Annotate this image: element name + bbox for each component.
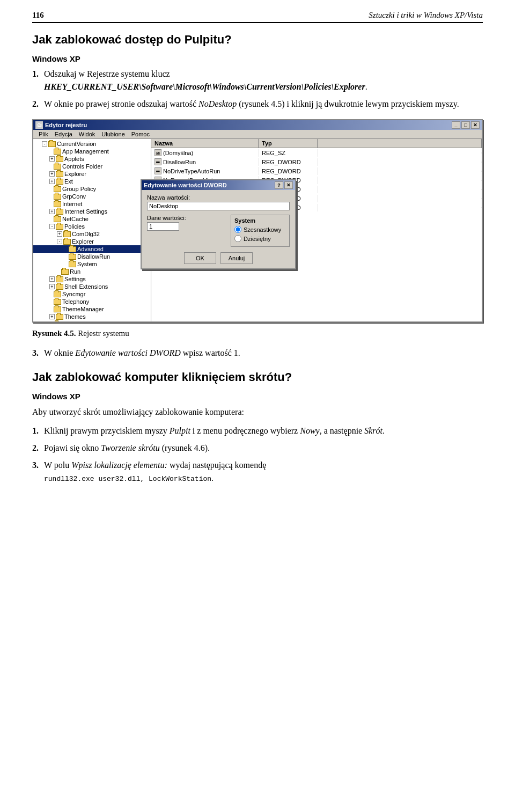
dword-data-input[interactable] (147, 222, 179, 231)
dword-close-button[interactable]: ✕ (284, 181, 293, 189)
reg-body: - CurrentVersion App Management + Applet… (33, 139, 482, 321)
expander-comdlg32[interactable]: + (57, 231, 62, 237)
radio-dec-label: Dziesiętny (244, 236, 271, 242)
section2-title: Jak zablokować komputer kliknięciem skró… (32, 370, 483, 384)
step-3: 3. W oknie Edytowanie wartości DWORD wpi… (32, 347, 483, 360)
folder-icon-webcheck (54, 321, 61, 322)
page-header: 116 Sztuczki i triki w Windows XP/Vista (32, 11, 483, 23)
tree-item-group-policy[interactable]: Group Policy (33, 185, 151, 193)
dword-buttons: OK Anuluj (147, 252, 290, 264)
section2-step3-content: W polu Wpisz lokalizację elementu: wydaj… (44, 459, 266, 485)
value-row-nodrivetypeautorun[interactable]: ■■ NoDriveTypeAutoRun REG_DWORD (151, 166, 482, 175)
expander-explorer-policies[interactable]: - (57, 239, 62, 244)
minimize-button[interactable]: _ (452, 121, 460, 129)
caption-text: Rejestr systemu (76, 329, 129, 338)
menu-edycja[interactable]: Edycja (52, 130, 76, 138)
value-row-default[interactable]: ab (Domyślna) REG_SZ (151, 148, 482, 157)
dword-cancel-button[interactable]: Anuluj (220, 252, 253, 264)
page-title-header: Sztuczki i triki w Windows XP/Vista (369, 11, 483, 20)
step-2: 2. W oknie po prawej stronie odszukaj wa… (32, 98, 483, 111)
folder-icon-netcache (54, 216, 61, 222)
tree-item-settings[interactable]: + Settings (33, 275, 151, 283)
tree-item-webcheck[interactable]: Webcheck (33, 320, 151, 321)
dword-win-buttons: ? ✕ (275, 181, 293, 189)
tree-item-currentversion[interactable]: - CurrentVersion (33, 140, 151, 148)
expander-internet-settings[interactable]: + (49, 209, 55, 214)
folder-icon-internet (54, 201, 61, 207)
menu-plik[interactable]: Plik (35, 130, 52, 138)
close-button[interactable]: ✕ (471, 121, 480, 129)
folder-icon-themes (56, 314, 63, 320)
section2-steps: 1. Kliknij prawym przyciskiem myszy Pulp… (32, 425, 483, 485)
folder-icon-comdlg32 (63, 231, 71, 237)
tree-item-internet-settings[interactable]: + Internet Settings (33, 208, 151, 215)
tree-item-shell-extensions[interactable]: + Shell Extensions (33, 283, 151, 290)
dword-value-section: Dane wartości: (147, 215, 226, 235)
tree-item-netcache[interactable]: NetCache (33, 215, 151, 223)
tree-item-system[interactable]: System (33, 260, 151, 268)
caption-prefix: Rysunek 4.5. (32, 329, 76, 338)
tree-item-ext[interactable]: + Ext (33, 178, 151, 185)
tree-item-explorer-policies[interactable]: - Explorer (33, 238, 151, 245)
tree-item-comdlg32[interactable]: + ComDlg32 (33, 230, 151, 238)
radio-hex[interactable] (234, 226, 241, 233)
value-row-disallowrun[interactable]: ■■ DisallowRun REG_DWORD (151, 157, 482, 166)
folder-icon-internet-settings (56, 209, 63, 215)
reg-tree-panel[interactable]: - CurrentVersion App Management + Applet… (33, 139, 151, 321)
tree-item-internet[interactable]: Internet (33, 200, 151, 208)
expander-settings[interactable]: + (49, 276, 55, 282)
folder-icon-thememanager (54, 306, 61, 312)
tree-item-syncmgr[interactable]: Syncmgr (33, 290, 151, 298)
expander-currentversion[interactable]: - (42, 141, 47, 147)
tree-item-thememanager[interactable]: ThemeManager (33, 305, 151, 313)
tree-item-app-management[interactable]: App Management (33, 148, 151, 155)
dword-title-text: Edytowanie wartości DWORD (144, 182, 227, 188)
section2-step2-content: Pojawi się okno Tworzenie skrótu (rysune… (44, 442, 210, 455)
expander-policies[interactable]: - (49, 224, 55, 229)
reg-title-icon: 🗂 (35, 121, 43, 129)
folder-icon-syncmgr (54, 291, 61, 297)
section2-step2: 2. Pojawi się okno Tworzenie skrótu (rys… (32, 442, 483, 455)
radio-dec[interactable] (234, 235, 241, 242)
tree-item-telephony[interactable]: Telephony (33, 298, 151, 305)
expander-themes[interactable]: + (49, 314, 55, 319)
section1-steps: 1. Odszukaj w Rejestrze systemu klucz HK… (32, 68, 483, 111)
dword-ok-button[interactable]: OK (184, 252, 216, 264)
folder-icon-explorer-policies (63, 239, 71, 245)
dword-data-label: Dane wartości: (147, 215, 226, 221)
folder-icon-run (61, 269, 69, 275)
reg-title-bar: 🗂 Edytor rejestru _ □ ✕ (33, 120, 482, 130)
menu-widok[interactable]: Widok (76, 130, 99, 138)
menu-ulubione[interactable]: Ulubione (98, 130, 128, 138)
lockworkstation-command: rundll32.exe user32.dll, LockWorkStation (44, 475, 211, 483)
tree-item-themes[interactable]: + Themes (33, 313, 151, 320)
step1-content: Odszukaj w Rejestrze systemu klucz HKEY_… (44, 68, 483, 93)
tree-item-explorer1[interactable]: + Explorer (33, 170, 151, 178)
tree-item-advanced[interactable]: Advanced (33, 245, 151, 253)
tree-item-applets[interactable]: + Applets (33, 155, 151, 163)
expander-explorer1[interactable]: + (49, 171, 55, 177)
dword-name-input[interactable] (147, 202, 290, 210)
folder-icon-gp (54, 186, 61, 192)
menu-pomoc[interactable]: Pomoc (128, 130, 153, 138)
win-xp-label-1: Windows XP (32, 54, 483, 63)
dword-name-label: Nazwa wartości: (147, 194, 290, 201)
tree-item-grpconv[interactable]: GrpConv (33, 193, 151, 200)
dword-help-button[interactable]: ? (275, 181, 283, 189)
step2-num: 2. (32, 98, 41, 111)
maximize-button[interactable]: □ (461, 121, 470, 129)
tree-item-policies[interactable]: - Policies (33, 223, 151, 230)
dword-base-label: System (234, 217, 286, 224)
page-number: 116 (32, 11, 44, 20)
folder-icon-currentversion (48, 141, 56, 147)
tree-item-run[interactable]: Run (33, 268, 151, 275)
expander-applets[interactable]: + (49, 156, 55, 162)
expander-shell-extensions[interactable]: + (49, 284, 55, 289)
tree-item-controls[interactable]: Controls Folder (33, 163, 151, 170)
val-icon-default: ab (154, 149, 161, 156)
expander-ext[interactable]: + (49, 179, 55, 184)
folder-icon-shell-extensions (56, 284, 63, 290)
folder-icon-disallowrun (69, 254, 76, 260)
tree-item-disallowrun[interactable]: DisallowRun (33, 253, 151, 260)
col-header-type: Typ (259, 139, 318, 148)
